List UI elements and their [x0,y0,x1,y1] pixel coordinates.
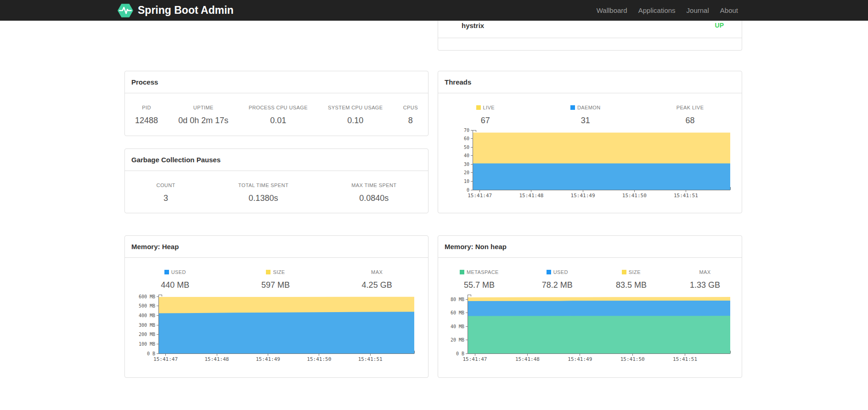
process-card-title: Process [125,71,428,93]
legend-metaspace: METASPACE 55.7 MB [460,269,499,290]
stat-value: 3 [157,194,175,203]
stat-value: 0d 0h 2m 17s [178,116,228,125]
legend-size: SIZE 83.5 MB [616,269,647,290]
gc-card-title: Garbage Collection Pauses [125,149,428,171]
stat-label: CPUS [403,105,418,110]
applications-status-card: hystrix UP [438,21,742,51]
stat-cpus: CPUS 8 [403,105,418,125]
stat-label: SIZE [616,269,647,275]
stat-value: 8 [403,116,418,125]
svg-text:0 B: 0 B [147,351,155,356]
legend-max: MAX 4.25 GB [362,269,392,290]
threads-card: Threads LIVE 67 DAEMON 31 PEAK LIVE 68 0… [438,71,742,213]
stat-label: USED [542,269,573,275]
stat-value: 68 [676,116,704,125]
svg-text:20 MB: 20 MB [451,337,464,342]
live-swatch-icon [476,105,481,110]
svg-text:500 MB: 500 MB [139,303,155,308]
stat-label: DAEMON [570,105,601,110]
stat-value: 55.7 MB [460,280,499,290]
stat-value: 0.1380s [238,194,288,203]
svg-text:30: 30 [464,162,469,167]
svg-text:15:41:47: 15:41:47 [153,356,178,362]
svg-text:200 MB: 200 MB [139,332,155,337]
stat-process-cpu-usage: PROCESS CPU USAGE 0.01 [248,105,307,125]
svg-text:0 B: 0 B [456,351,464,356]
stat-value: 78.2 MB [542,280,573,290]
stat-gc-max-time: MAX TIME SPENT 0.0840s [351,182,396,203]
stat-value: 83.5 MB [616,280,647,290]
stat-label: UPTIME [178,105,228,110]
stat-label: MAX TIME SPENT [351,182,396,188]
stat-label: SYSTEM CPU USAGE [328,105,383,110]
application-row[interactable]: hystrix UP [438,21,742,38]
svg-text:40 MB: 40 MB [451,324,464,329]
svg-text:10: 10 [464,179,469,184]
stat-value: 0.0840s [351,194,396,203]
nav-link-applications[interactable]: Applications [633,6,681,14]
stat-value: 31 [570,116,601,125]
memory-nonheap-chart: 0 B20 MB40 MB60 MB80 MB15:41:4715:41:481… [438,291,743,365]
stat-value: 0.01 [248,116,307,125]
legend-size: SIZE 597 MB [261,269,290,290]
svg-text:15:41:50: 15:41:50 [620,356,645,362]
nav-link-about[interactable]: About [715,6,744,14]
stat-label: COUNT [157,182,175,188]
brand-link[interactable]: Spring Boot Admin [117,0,234,21]
svg-text:15:41:48: 15:41:48 [519,193,543,199]
svg-text:15:41:51: 15:41:51 [358,356,383,362]
used-swatch-icon [547,270,551,274]
stat-value: 4.25 GB [362,280,392,290]
stat-label: LIVE [476,105,495,110]
svg-text:20: 20 [464,170,469,175]
svg-text:400 MB: 400 MB [139,313,155,318]
stat-label: PEAK LIVE [676,105,704,110]
stat-value: 12488 [135,116,158,125]
legend-used: USED 440 MB [161,269,189,290]
stat-value: 597 MB [261,280,290,290]
svg-text:15:41:49: 15:41:49 [256,356,280,362]
nav-link-wallboard[interactable]: Wallboard [591,6,633,14]
stat-label: PROCESS CPU USAGE [248,105,307,110]
stat-label: SIZE [261,269,290,275]
threads-legend: LIVE 67 DAEMON 31 PEAK LIVE 68 [438,93,742,125]
memory-heap-card: Memory: Heap USED 440 MB SIZE 597 MB MAX… [124,235,428,378]
nonheap-legend: METASPACE 55.7 MB USED 78.2 MB SIZE 83.5… [438,258,742,290]
process-stats: PID 12488 UPTIME 0d 0h 2m 17s PROCESS CP… [125,93,428,125]
svg-text:300 MB: 300 MB [139,323,155,328]
svg-text:15:41:51: 15:41:51 [673,356,697,362]
memory-nonheap-card: Memory: Non heap METASPACE 55.7 MB USED … [438,235,742,378]
svg-text:600 MB: 600 MB [139,294,155,299]
gc-pauses-card: Garbage Collection Pauses COUNT 3 TOTAL … [124,148,428,213]
stat-gc-count: COUNT 3 [157,182,175,203]
svg-text:15:41:49: 15:41:49 [568,356,592,362]
stat-label: USED [161,269,189,275]
stat-label: MAX [690,269,720,275]
spring-boot-admin-logo-icon [117,2,134,19]
daemon-swatch-icon [570,105,575,110]
used-swatch-icon [164,270,169,274]
memory-heap-chart: 0 B100 MB200 MB300 MB400 MB500 MB600 MB1… [125,291,429,365]
svg-text:15:41:48: 15:41:48 [205,356,229,362]
legend-peak-live: PEAK LIVE 68 [676,105,704,125]
svg-text:15:41:51: 15:41:51 [674,193,698,199]
stat-value: 67 [476,116,495,125]
svg-text:15:41:47: 15:41:47 [468,193,492,199]
brand-title: Spring Boot Admin [138,4,234,17]
process-card: Process PID 12488 UPTIME 0d 0h 2m 17s PR… [124,71,428,136]
stat-label: TOTAL TIME SPENT [238,182,288,188]
stat-value: 0.10 [328,116,383,125]
size-swatch-icon [266,270,271,274]
metaspace-swatch-icon [460,270,464,274]
stat-uptime: UPTIME 0d 0h 2m 17s [178,105,228,125]
stat-label: PID [135,105,158,110]
stat-value: 1.33 GB [690,280,720,290]
threads-card-title: Threads [438,71,742,93]
svg-text:40: 40 [464,153,469,158]
legend-daemon: DAEMON 31 [570,105,601,125]
navbar: Spring Boot Admin Wallboard Applications… [0,0,868,21]
nav-link-journal[interactable]: Journal [681,6,715,14]
stat-label: METASPACE [460,269,499,275]
stat-pid: PID 12488 [135,105,158,125]
stat-gc-total-time: TOTAL TIME SPENT 0.1380s [238,182,288,203]
